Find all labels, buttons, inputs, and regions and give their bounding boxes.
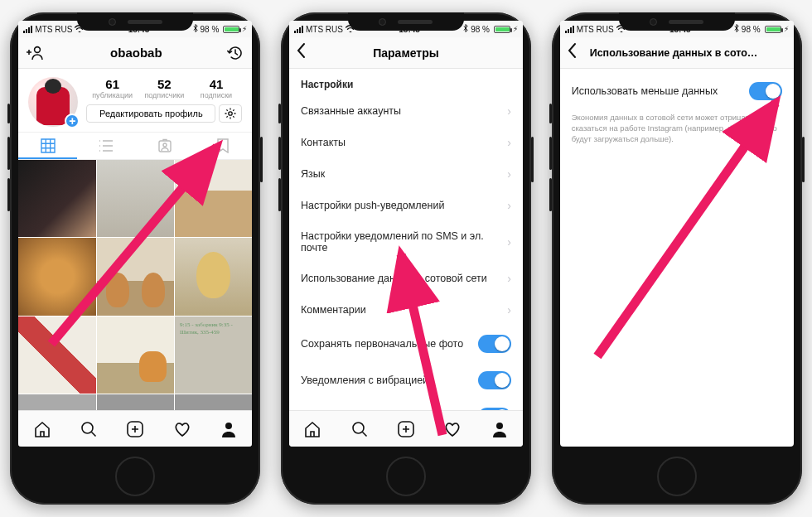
chevron-right-icon: › xyxy=(507,199,511,212)
tab-activity[interactable] xyxy=(429,420,476,438)
stat-followers[interactable]: 52 подписчики xyxy=(138,77,191,99)
svg-point-8 xyxy=(353,423,364,433)
nav-header: Использование данных в сотовой сети xyxy=(560,37,794,69)
signal-icon xyxy=(23,26,32,33)
row-push-notifications[interactable]: Настройки push-уведомлений› xyxy=(289,190,523,221)
chevron-right-icon: › xyxy=(507,272,511,285)
signal-icon xyxy=(294,26,303,33)
photo-thumbnail[interactable] xyxy=(97,316,174,394)
bottom-tab-bar xyxy=(18,410,252,447)
settings-gear-button[interactable] xyxy=(219,104,242,123)
carrier-label: MTS RUS xyxy=(577,25,614,34)
edit-profile-button[interactable]: Редактировать профиль xyxy=(86,104,215,123)
tab-profile[interactable] xyxy=(205,420,252,438)
page-title: Использование данных в сотовой сети xyxy=(590,47,764,59)
tab-home[interactable] xyxy=(289,420,336,438)
photo-thumbnail[interactable] xyxy=(97,160,174,237)
svg-point-10 xyxy=(496,423,503,429)
photo-thumbnail[interactable] xyxy=(18,316,95,394)
back-button[interactable] xyxy=(296,42,306,64)
stat-following[interactable]: 41 подписки xyxy=(191,77,243,99)
battery-pct: 98 % xyxy=(742,25,761,34)
photo-thumbnail[interactable] xyxy=(18,160,95,237)
svg-point-4 xyxy=(82,423,93,433)
profile-stats-row: + 61 публикации 52 подписчики 41 подписк… xyxy=(18,69,252,132)
photo-thumbnail[interactable] xyxy=(97,238,174,315)
phone-profile: MTS RUS 18:45 98 % ⚡︎ obaobab xyxy=(10,12,260,505)
row-save-original-photos: Сохранять первоначальные фото xyxy=(289,326,523,362)
row-comments[interactable]: Комментарии› xyxy=(289,294,523,326)
charging-icon: ⚡︎ xyxy=(242,25,247,33)
tab-search[interactable] xyxy=(65,420,112,438)
carrier-label: MTS RUS xyxy=(306,25,343,34)
tab-profile[interactable] xyxy=(476,420,523,438)
bluetooth-icon xyxy=(734,24,739,34)
row-sms-email-notifications[interactable]: Настройки уведомлений по SMS и эл. почте… xyxy=(289,221,523,263)
battery-icon xyxy=(765,26,781,33)
toggle-switch[interactable] xyxy=(478,335,511,353)
photo-thumbnail[interactable]: 9:15 - заборник 9:35 - Шитик, 335-459 xyxy=(175,316,252,394)
tab-search[interactable] xyxy=(336,420,382,438)
tab-tagged[interactable] xyxy=(135,133,194,159)
svg-point-6 xyxy=(225,423,232,429)
chevron-right-icon: › xyxy=(507,167,511,181)
chevron-right-icon: › xyxy=(507,104,511,118)
signal-icon xyxy=(565,26,574,33)
bluetooth-icon xyxy=(193,24,198,34)
settings-list: Связанные аккаунты› Контакты› Язык› Наст… xyxy=(289,95,523,435)
profile-header: obaobab xyxy=(18,37,252,69)
bluetooth-icon xyxy=(463,24,468,34)
row-vibrate-notifications: Уведомления с вибрацией xyxy=(289,362,523,399)
back-button[interactable] xyxy=(567,42,577,64)
row-use-less-data: Использовать меньше данных xyxy=(560,69,794,109)
toggle-switch[interactable] xyxy=(749,82,782,100)
svg-point-0 xyxy=(35,46,41,52)
avatar[interactable]: + xyxy=(28,77,78,127)
battery-icon xyxy=(223,26,239,33)
phone-settings: MTS RUS 18:45 98 % ⚡︎ Параметры Настройк… xyxy=(281,12,531,505)
row-linked-accounts[interactable]: Связанные аккаунты› xyxy=(289,95,523,127)
row-cellular-data-use[interactable]: Использование данных в сотовой сети› xyxy=(289,263,523,294)
svg-point-1 xyxy=(229,112,232,115)
tab-home[interactable] xyxy=(18,420,65,438)
add-story-icon[interactable]: + xyxy=(65,114,80,128)
bottom-tab-bar xyxy=(289,410,523,447)
profile-view-tabs xyxy=(18,132,252,160)
data-saver-footnote: Экономия данных в сотовой сети может отр… xyxy=(560,109,794,152)
charging-icon: ⚡︎ xyxy=(513,25,518,33)
photo-thumbnail[interactable] xyxy=(175,160,252,237)
phone-cellular-data: MTS RUS 18:45 98 % ⚡︎ Использование данн… xyxy=(552,12,802,505)
tab-saved[interactable] xyxy=(194,133,253,159)
battery-pct: 98 % xyxy=(201,25,220,34)
page-title: Параметры xyxy=(373,46,439,60)
nav-header: Параметры xyxy=(289,37,523,69)
chevron-right-icon: › xyxy=(507,136,511,149)
chevron-right-icon: › xyxy=(507,303,511,316)
tab-activity[interactable] xyxy=(159,420,205,438)
tab-new-post[interactable] xyxy=(112,420,158,438)
stat-posts[interactable]: 61 публикации xyxy=(86,77,138,99)
toggle-switch[interactable] xyxy=(478,371,511,389)
tab-new-post[interactable] xyxy=(383,420,429,438)
photo-grid: 9:15 - заборник 9:35 - Шитик, 335-459 xyxy=(18,160,252,447)
archive-button[interactable] xyxy=(227,45,244,61)
battery-icon xyxy=(494,26,510,33)
photo-thumbnail[interactable] xyxy=(18,238,95,315)
chevron-right-icon: › xyxy=(507,235,511,249)
row-language[interactable]: Язык› xyxy=(289,158,523,190)
section-settings-header: Настройки xyxy=(289,69,523,95)
photo-thumbnail[interactable] xyxy=(175,238,252,315)
discover-people-button[interactable] xyxy=(27,46,45,60)
charging-icon: ⚡︎ xyxy=(784,25,789,33)
tab-list[interactable] xyxy=(77,133,136,159)
username-label[interactable]: obaobab xyxy=(110,46,162,60)
row-contacts[interactable]: Контакты› xyxy=(289,127,523,158)
carrier-label: MTS RUS xyxy=(35,25,72,34)
tab-grid[interactable] xyxy=(18,133,77,159)
svg-point-3 xyxy=(163,143,167,147)
battery-pct: 98 % xyxy=(471,25,490,34)
